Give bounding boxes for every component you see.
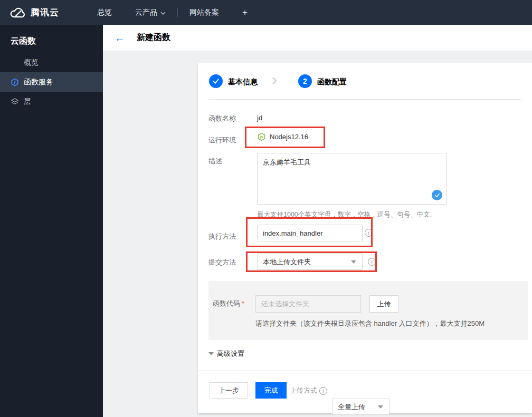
- sidebar-title: 云函数: [0, 25, 103, 53]
- upload-mode-value: 全量上传: [338, 402, 365, 412]
- advanced-settings-toggle[interactable]: 高级设置: [208, 349, 244, 358]
- nav-add-tab-button[interactable]: +: [231, 0, 259, 25]
- submit-method-info-icon[interactable]: i: [368, 258, 376, 266]
- step1-label: 基本信息: [228, 77, 258, 87]
- finish-button[interactable]: 完成: [255, 382, 287, 399]
- tencent-cloud-logo-icon: [8, 6, 26, 20]
- sidebar-item-function-service[interactable]: 函数服务: [0, 72, 103, 92]
- required-asterisk: *: [242, 299, 244, 307]
- runtime-value: Nodejs12.16: [270, 133, 308, 141]
- function-name-label: 函数名称: [208, 114, 236, 123]
- function-name-value: jd: [257, 114, 262, 122]
- page-title: 新建函数: [137, 32, 170, 43]
- chevron-down-icon: [351, 260, 356, 264]
- upload-mode-label: 上传方式: [290, 386, 317, 395]
- sidebar-item-function-service-label: 函数服务: [24, 77, 53, 87]
- step1-done-check-icon: [209, 74, 223, 88]
- sidebar-item-overview[interactable]: 概览: [0, 53, 103, 72]
- layers-icon: [11, 98, 19, 106]
- upload-mode-info-icon[interactable]: i: [319, 387, 327, 395]
- description-hint: 最大支持1000个英文字母，数字，空格，逗号、句号、中文。: [257, 210, 436, 219]
- sidebar: 云函数 概览 函数服务 层: [0, 25, 103, 417]
- sidebar-item-layers-label: 层: [24, 97, 31, 106]
- brand-logo[interactable]: 腾讯云: [8, 6, 59, 20]
- submit-method-value: 本地上传文件夹: [263, 257, 311, 267]
- scf-hexagon-icon: [11, 78, 19, 86]
- previous-step-button[interactable]: 上一步: [210, 382, 248, 399]
- upload-mode-dropdown[interactable]: 全量上传: [332, 399, 390, 415]
- description-valid-check-icon: [432, 190, 442, 200]
- svg-text:js: js: [260, 135, 263, 139]
- function-code-label: 函数代码*: [213, 299, 244, 308]
- advanced-settings-label: 高级设置: [217, 349, 244, 358]
- runtime-value-row: js Nodejs12.16: [257, 132, 308, 141]
- brand-name: 腾讯云: [31, 6, 59, 18]
- submit-method-dropdown[interactable]: 本地上传文件夹: [257, 254, 363, 270]
- function-code-panel: 函数代码* 上传 请选择文件夹（该文件夹根目录应包含 handler 入口文件）…: [208, 281, 528, 340]
- chevron-down-icon: [378, 405, 383, 409]
- handler-info-icon[interactable]: i: [365, 229, 373, 237]
- chevron-down-icon: [160, 8, 166, 17]
- nav-item-icp-filing-label: 网站备案: [189, 8, 219, 17]
- navbar-menu: 总览 云产品 网站备案 +: [86, 0, 259, 25]
- nav-item-cloud-products[interactable]: 云产品: [124, 0, 177, 25]
- nav-item-icp-filing[interactable]: 网站备案: [178, 0, 231, 25]
- footer-divider: [198, 371, 532, 371]
- create-function-card: 基本信息 2 函数配置 函数名称 jd 运行环境 js Nodejs12.16 …: [198, 63, 532, 413]
- sidebar-item-layers[interactable]: 层: [0, 92, 103, 111]
- nav-item-overview-label: 总览: [97, 8, 112, 17]
- grid-icon: [11, 59, 19, 67]
- folder-path-input[interactable]: [255, 295, 361, 313]
- upload-button[interactable]: 上传: [369, 295, 398, 313]
- triangle-down-icon: [208, 352, 214, 355]
- step-chevron-icon: [271, 75, 278, 88]
- nav-item-overview[interactable]: 总览: [86, 0, 124, 25]
- nodejs-icon: js: [257, 132, 266, 141]
- handler-input[interactable]: [257, 225, 363, 241]
- back-arrow-button[interactable]: ←: [115, 33, 125, 43]
- submit-method-label: 提交方法: [208, 258, 236, 267]
- upload-mode-row: 上传方式 i: [290, 386, 327, 395]
- tencent-cloud-console: 腾讯云 总览 云产品 网站备案 + 云函数 概览: [0, 0, 532, 417]
- top-navbar: 腾讯云 总览 云产品 网站备案 +: [0, 0, 532, 25]
- sidebar-item-overview-label: 概览: [24, 58, 39, 67]
- handler-label: 执行方法: [208, 232, 236, 241]
- page-header: ← 新建函数: [103, 25, 532, 51]
- step2-label: 函数配置: [317, 77, 347, 87]
- nav-item-cloud-products-label: 云产品: [135, 8, 157, 17]
- steps-divider: [208, 99, 521, 100]
- description-textarea[interactable]: 京东薅羊毛工具: [257, 153, 446, 205]
- step2-number-badge: 2: [298, 74, 312, 88]
- description-label: 描述: [208, 157, 222, 166]
- runtime-label: 运行环境: [208, 135, 236, 145]
- function-code-hint: 请选择文件夹（该文件夹根目录应包含 handler 入口文件），最大支持250M: [255, 319, 484, 328]
